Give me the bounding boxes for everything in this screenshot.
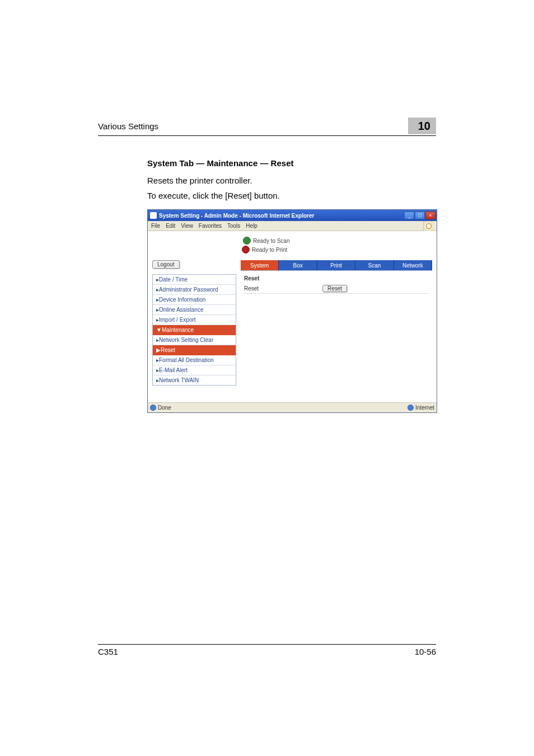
- status-ready-scan-icon: [243, 237, 251, 245]
- menu-bar: File Edit View Favorites Tools Help: [148, 221, 437, 231]
- window-titlebar: System Setting - Admin Mode - Microsoft …: [148, 210, 437, 221]
- chapter-number: 10: [418, 120, 430, 133]
- sidebar-item-device-info[interactable]: ▸Device Information: [153, 295, 236, 305]
- menu-view[interactable]: View: [181, 223, 193, 229]
- menu-tools[interactable]: Tools: [227, 223, 240, 229]
- status-ready-print: Ready to Print: [252, 247, 287, 253]
- panel-row-label: Reset: [244, 285, 322, 292]
- body-line-2: To execute, click the [Reset] button.: [147, 191, 436, 200]
- status-done: Done: [158, 405, 171, 411]
- status-ready-scan: Ready to Scan: [253, 238, 290, 244]
- tab-box[interactable]: Box: [279, 260, 317, 270]
- sidebar-item-email-alert[interactable]: ▸E-Mail Alert: [153, 365, 236, 375]
- footer-page: 10-56: [415, 647, 436, 656]
- tab-system[interactable]: System: [241, 260, 279, 270]
- internet-zone-icon: [407, 405, 414, 411]
- side-menu: ▸Date / Time ▸Administrator Password ▸De…: [152, 274, 236, 386]
- sidebar-item-format-all[interactable]: ▸Format All Destination: [153, 355, 236, 365]
- internet-zone: Internet: [415, 405, 434, 411]
- reset-button[interactable]: Reset: [322, 285, 347, 292]
- tab-network[interactable]: Network: [394, 260, 432, 270]
- sidebar-item-admin-password[interactable]: ▸Administrator Password: [153, 285, 236, 295]
- maximize-button[interactable]: □: [415, 212, 425, 219]
- sidebar-item-reset[interactable]: ▶Reset: [153, 345, 236, 355]
- content-panel: Reset Reset Reset: [241, 270, 432, 298]
- sidebar-item-online-assist[interactable]: ▸Online Assistance: [153, 305, 236, 315]
- tab-scan[interactable]: Scan: [355, 260, 394, 270]
- sidebar-item-date-time[interactable]: ▸Date / Time: [153, 275, 236, 285]
- status-done-icon: [150, 405, 156, 411]
- menu-favorites[interactable]: Favorites: [199, 223, 222, 229]
- menu-edit[interactable]: Edit: [166, 223, 175, 229]
- logout-button[interactable]: Logout: [152, 260, 180, 269]
- panel-title: Reset: [244, 275, 429, 281]
- body-line-1: Resets the printer controller.: [147, 176, 436, 185]
- menu-help[interactable]: Help: [246, 223, 257, 229]
- sidebar-item-maintenance[interactable]: ▼Maintenance: [153, 325, 236, 335]
- sidebar-item-import-export[interactable]: ▸Import / Export: [153, 315, 236, 325]
- sidebar-item-network-twain[interactable]: ▸Network TWAIN: [153, 375, 236, 385]
- menu-file[interactable]: File: [151, 223, 160, 229]
- status-ready-print-icon: [242, 246, 250, 253]
- footer-model: C351: [98, 647, 118, 656]
- window-title: System Setting - Admin Mode - Microsoft …: [159, 213, 314, 219]
- panel-row: Reset Reset: [244, 284, 429, 294]
- subheading: System Tab — Maintenance — Reset: [147, 158, 436, 168]
- chapter-box: 10: [408, 118, 436, 134]
- close-button[interactable]: ×: [425, 212, 435, 219]
- minimize-button[interactable]: _: [404, 212, 414, 219]
- ie-logo-icon: [150, 212, 157, 219]
- tab-print[interactable]: Print: [317, 260, 355, 270]
- status-bar: Done Internet: [148, 402, 437, 412]
- ie-throbber-icon: [423, 221, 433, 231]
- tab-row: System Box Print Scan Network: [241, 260, 432, 270]
- sidebar-item-net-setting-clear[interactable]: ▸Network Setting Clear: [153, 335, 236, 345]
- embedded-screenshot: System Setting - Admin Mode - Microsoft …: [147, 209, 437, 413]
- section-header: Various Settings: [98, 121, 158, 131]
- svg-point-0: [426, 223, 431, 228]
- printer-status-area: Ready to Scan Ready to Print: [148, 231, 437, 258]
